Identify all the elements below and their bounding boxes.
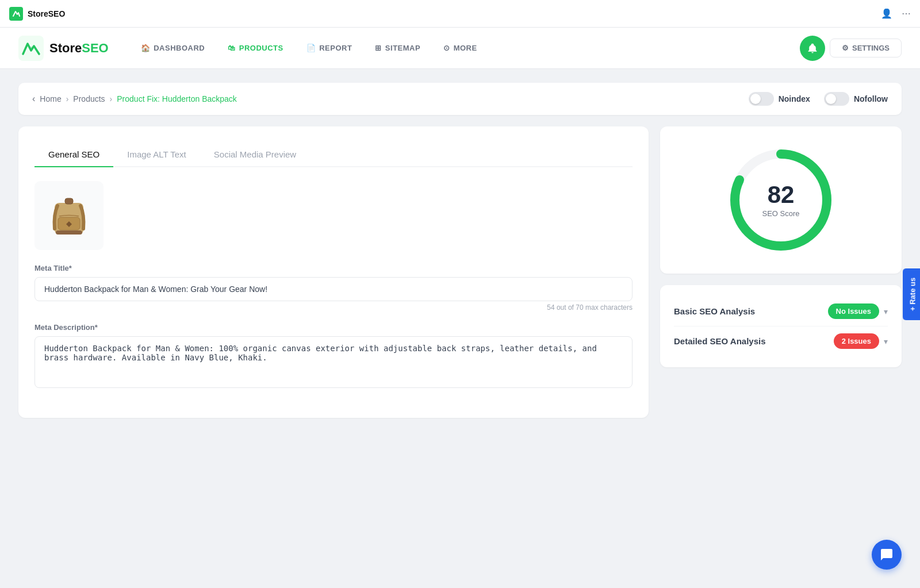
nofollow-toggle-group: Nofollow (824, 92, 888, 106)
nav-item-sitemap[interactable]: ⊞ SITEMAP (366, 39, 430, 57)
nav-label-products: PRODUCTS (239, 44, 283, 52)
nav-right: ⚙ SETTINGS (800, 36, 902, 61)
breadcrumb: ‹ Home › Products › Product Fix: Huddert… (32, 94, 237, 104)
title-bar: StoreSEO 👤 ⋯ (0, 0, 920, 28)
detailed-seo-chevron[interactable]: ▾ (884, 337, 888, 346)
left-panel: General SEO Image ALT Text Social Media … (18, 126, 649, 418)
basic-seo-right: No Issues ▾ (828, 303, 888, 319)
noindex-toggle[interactable] (749, 92, 774, 106)
nofollow-toggle[interactable] (824, 92, 849, 106)
nav-item-products[interactable]: 🛍 PRODUCTS (218, 39, 292, 57)
detailed-seo-row: Detailed SEO Analysis 2 Issues ▾ (674, 326, 888, 356)
basic-seo-badge: No Issues (828, 303, 879, 319)
meta-title-hint: 54 out of 70 max characters (34, 303, 632, 312)
breadcrumb-row: ‹ Home › Products › Product Fix: Huddert… (18, 83, 902, 115)
score-number: 82 (762, 183, 799, 207)
breadcrumb-toggles: Noindex Nofollow (749, 92, 888, 106)
basic-seo-label: Basic SEO Analysis (674, 306, 755, 316)
app-logo-small (9, 7, 23, 21)
right-panel: 82 SEO Score Basic SEO Analysis No Issue… (660, 126, 902, 418)
meta-title-group: Meta Title* 54 out of 70 max characters (34, 264, 632, 312)
meta-title-label: Meta Title* (34, 264, 632, 272)
score-label: SEO Score (762, 209, 799, 218)
detailed-seo-badge: 2 Issues (834, 333, 879, 349)
meta-desc-input[interactable]: Hudderton Backpack for Man & Women: 100%… (34, 336, 632, 388)
back-button[interactable]: ‹ (32, 94, 35, 104)
chat-button[interactable] (872, 540, 902, 570)
svg-rect-6 (56, 230, 82, 235)
nav-item-dashboard[interactable]: 🏠 DASHBOARD (132, 39, 214, 57)
settings-label: SETTINGS (852, 44, 890, 52)
settings-icon: ⚙ (842, 44, 849, 52)
tab-image-alt-text[interactable]: Image ALT Text (113, 143, 200, 167)
breadcrumb-home[interactable]: Home (40, 94, 61, 103)
nav-logo: StoreSEO (18, 36, 109, 61)
product-image (34, 181, 103, 250)
meta-desc-group: Meta Description* Hudderton Backpack for… (34, 323, 632, 390)
seo-score-card: 82 SEO Score (660, 126, 902, 274)
user-icon[interactable]: 👤 (881, 8, 892, 19)
breadcrumb-current: Product Fix: Hudderton Backpack (117, 94, 237, 103)
tabs: General SEO Image ALT Text Social Media … (34, 143, 632, 167)
sitemap-icon: ⊞ (375, 44, 382, 52)
breadcrumb-sep-2: › (110, 94, 113, 103)
tab-social-media-preview[interactable]: Social Media Preview (200, 143, 310, 167)
noindex-toggle-group: Noindex (749, 92, 810, 106)
nav-items: 🏠 DASHBOARD 🛍 PRODUCTS 📄 REPORT ⊞ SITEMA… (132, 39, 800, 57)
notifications-bell[interactable] (800, 36, 825, 61)
nav-label-sitemap: SITEMAP (385, 44, 420, 52)
svg-rect-3 (65, 198, 73, 204)
nav-item-report[interactable]: 📄 REPORT (297, 39, 362, 57)
score-text-overlay: 82 SEO Score (762, 183, 799, 218)
detailed-seo-right: 2 Issues ▾ (834, 333, 888, 349)
app-title: StoreSEO (28, 9, 65, 18)
logo-text: StoreSEO (49, 41, 109, 56)
main-nav: StoreSEO 🏠 DASHBOARD 🛍 PRODUCTS 📄 REPORT… (0, 28, 920, 69)
basic-seo-chevron[interactable]: ▾ (884, 307, 888, 316)
nav-label-report: REPORT (319, 44, 352, 52)
meta-title-input[interactable] (34, 277, 632, 301)
analysis-card: Basic SEO Analysis No Issues ▾ Detailed … (660, 285, 902, 367)
score-circle: 82 SEO Score (723, 143, 838, 258)
content-area: ‹ Home › Products › Product Fix: Huddert… (0, 69, 920, 432)
settings-button[interactable]: ⚙ SETTINGS (830, 39, 902, 57)
noindex-label: Noindex (779, 94, 810, 103)
more-icon[interactable]: ⋯ (902, 8, 911, 19)
backpack-image (49, 191, 89, 240)
chat-icon (880, 548, 894, 562)
report-icon: 📄 (306, 44, 316, 52)
dashboard-icon: 🏠 (141, 44, 151, 52)
main-grid: General SEO Image ALT Text Social Media … (18, 126, 902, 418)
svg-point-1 (29, 47, 33, 50)
nav-label-dashboard: DASHBOARD (154, 44, 205, 52)
logo-icon (18, 36, 44, 61)
nav-label-more: MORE (454, 44, 477, 52)
rate-us-button[interactable]: + Rate us (902, 268, 920, 320)
products-icon: 🛍 (228, 44, 236, 52)
breadcrumb-products[interactable]: Products (73, 94, 105, 103)
nofollow-label: Nofollow (854, 94, 888, 103)
title-bar-actions: 👤 ⋯ (881, 8, 911, 19)
detailed-seo-label: Detailed SEO Analysis (674, 336, 766, 346)
tab-general-seo[interactable]: General SEO (34, 143, 113, 167)
basic-seo-row: Basic SEO Analysis No Issues ▾ (674, 297, 888, 326)
nav-item-more[interactable]: ⊙ MORE (434, 39, 486, 57)
title-bar-left: StoreSEO (9, 7, 65, 21)
meta-desc-label: Meta Description* (34, 323, 632, 332)
more-nav-icon: ⊙ (443, 44, 450, 52)
breadcrumb-sep-1: › (66, 94, 69, 103)
